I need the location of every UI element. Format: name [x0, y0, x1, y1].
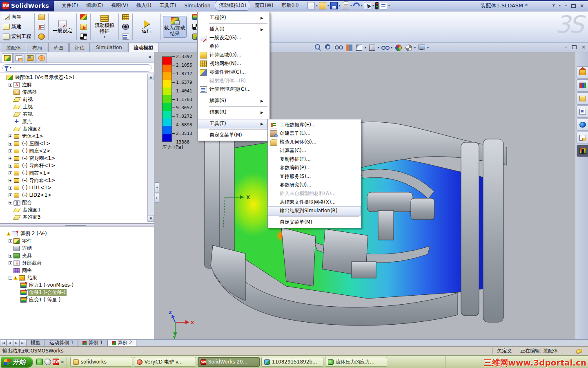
apply-scene-icon[interactable] — [404, 43, 413, 52]
menu-item[interactable]: 单位 — [198, 42, 269, 51]
solidworks-resources-tab[interactable] — [577, 119, 588, 131]
feature-tree-item[interactable]: +(-) 导向杆<1> — [0, 162, 148, 169]
menu-item[interactable]: Simulation — [180, 2, 214, 10]
new-doc-icon[interactable] — [307, 2, 315, 9]
file-explorer-tab[interactable] — [577, 92, 588, 105]
menu-item[interactable]: 工具(T) — [156, 1, 180, 10]
tree-expander[interactable]: + — [9, 239, 12, 243]
study-tree-item[interactable]: 位移1 (-合位移-) — [0, 289, 154, 296]
feature-tree-item[interactable]: +(-) LID2<1> — [0, 191, 148, 199]
print-icon[interactable] — [342, 2, 349, 9]
tree-expander[interactable]: + — [9, 193, 12, 197]
feature-tree-item[interactable]: 原点 — [0, 118, 148, 125]
menu-item[interactable]: 文件(F) — [58, 1, 82, 10]
task-button[interactable]: SWSolidWorks 20... — [198, 357, 260, 367]
task-button[interactable]: solidworks — [70, 357, 132, 367]
submenu-item[interactable]: 工程数据库(E)... — [268, 121, 361, 129]
study-tree-item[interactable]: +外部载荷 — [0, 259, 154, 267]
menu-item[interactable]: 插入(I) — [133, 1, 155, 10]
tree-filter-input[interactable]: ▾ — [2, 64, 151, 72]
zoom-project-button[interactable] — [37, 13, 46, 22]
tab-评估[interactable]: 评估 — [69, 43, 90, 52]
folder-arrow-button[interactable] — [79, 22, 88, 31]
design-library-tab[interactable] — [577, 79, 588, 92]
feature-tree-item[interactable]: +(-) 阀座<2> — [0, 147, 148, 155]
quick-launch-overflow[interactable]: » — [61, 359, 64, 365]
rebuild-stoplight-icon[interactable] — [375, 2, 379, 9]
tree-expander[interactable]: + — [9, 164, 12, 168]
minimize-button[interactable]: – — [565, 3, 567, 9]
zoom-fit-icon[interactable] — [314, 43, 323, 52]
help-dropdown-icon[interactable]: ▾ — [559, 4, 561, 7]
menu-item[interactable]: 视图(V) — [107, 1, 132, 10]
help-button[interactable]: ? — [552, 3, 555, 9]
save-icon[interactable] — [330, 2, 338, 9]
manager-overflow-button[interactable]: » — [148, 54, 151, 60]
feature-tree-item[interactable]: 基准面2 — [0, 125, 148, 132]
emule-icon[interactable] — [36, 359, 43, 365]
feature-tree-item[interactable]: +(-) LID1<1> — [0, 184, 148, 191]
goal-flag-button[interactable] — [79, 32, 88, 41]
feature-tree-item[interactable]: 右视 — [0, 110, 148, 118]
study-tab-nav-button[interactable]: ▶ — [13, 340, 20, 346]
load-results-button[interactable]: 载入/卸载结果 — [163, 16, 187, 38]
study-tab-算例 2[interactable]: 算例 2 — [107, 340, 136, 346]
undo-icon[interactable] — [352, 1, 361, 10]
tree-expander[interactable]: - — [9, 276, 12, 280]
propertymanager-tab[interactable] — [13, 53, 24, 63]
study-tab-nav-button[interactable]: ▶| — [20, 340, 26, 346]
zoom-area-icon[interactable] — [324, 43, 333, 52]
close-button[interactable]: × — [580, 3, 584, 9]
study-tree-item[interactable]: 应变1 (-等量-) — [0, 296, 154, 303]
study-tree-item[interactable]: 网格 — [0, 267, 154, 274]
submenu-item[interactable]: 输出结果到Simulation(R) — [268, 206, 361, 215]
feature-tree-item[interactable]: +(-) 导向套<1> — [0, 177, 148, 184]
timer-icon[interactable] — [45, 359, 51, 365]
feature-tree-item[interactable]: 装配体1 (V<显示状态-1>) — [0, 74, 148, 81]
view-orientation-icon-dropdown[interactable]: ▾ — [365, 46, 366, 49]
feature-tree-item[interactable]: 上视 — [0, 103, 148, 110]
submenu-item[interactable]: 计算器(C)... — [268, 146, 361, 155]
flow-features-icon-dropdown[interactable]: ▾ — [104, 35, 105, 39]
menu-item[interactable]: 计算管理选项(C)... — [198, 85, 269, 94]
mesh-grid-button[interactable] — [121, 13, 130, 22]
tree-expander[interactable]: + — [9, 171, 12, 175]
featuremanager-tab[interactable] — [2, 53, 13, 63]
apply-scene-icon-dropdown[interactable]: ▾ — [414, 46, 416, 49]
tree-expander[interactable]: + — [9, 83, 12, 87]
edit-appearance-icon[interactable] — [394, 43, 403, 52]
feature-tree-item[interactable]: +注解 — [0, 81, 148, 88]
feature-tree-item[interactable]: +配合 — [0, 199, 148, 206]
scroll-up-button[interactable]: ▲ — [148, 74, 154, 80]
menu-item[interactable]: 解算(S)▶ — [198, 96, 269, 105]
run-list-button[interactable] — [121, 32, 130, 41]
general-settings-button[interactable]: 一般设定 — [51, 19, 74, 35]
filter-dropdown-icon[interactable]: ▾ — [10, 66, 11, 70]
print-icon-dropdown[interactable]: ▾ — [350, 4, 352, 7]
feature-tree-item[interactable]: 基准面1 — [0, 206, 148, 213]
study-tree-item[interactable]: +夹具 — [0, 252, 154, 259]
feature-tree-item[interactable]: 前视 — [0, 96, 148, 103]
panel-splitter[interactable] — [0, 223, 154, 227]
start-button[interactable]: 开始 — [1, 357, 33, 368]
display-style-icon-dropdown[interactable]: ▾ — [378, 46, 379, 49]
feature-tree-item[interactable]: 传感器 — [0, 88, 148, 96]
submenu-item[interactable]: 创建盖子(L)... — [268, 129, 361, 138]
save-icon-dropdown[interactable]: ▾ — [339, 4, 341, 7]
tree-expander[interactable]: + — [9, 261, 12, 265]
select-cursor-icon[interactable] — [364, 2, 371, 9]
study-tab-运动算例 1[interactable]: 运动算例 1 — [45, 340, 78, 346]
tree-expander[interactable]: + — [9, 142, 12, 146]
custom-properties-tab[interactable] — [577, 145, 588, 157]
restore-button[interactable] — [571, 4, 576, 8]
task-button[interactable]: 110829151892b... — [261, 357, 323, 367]
open-icon[interactable] — [319, 2, 326, 9]
display-style-icon[interactable] — [368, 43, 376, 52]
tab-布局[interactable]: 布局 — [27, 43, 47, 52]
feature-tree-item[interactable]: +(-) 压圈<1> — [0, 140, 148, 147]
task-button[interactable]: VeryCD 电驴 v... — [134, 357, 196, 367]
tab-流动模拟[interactable]: 流动模拟 — [128, 43, 158, 52]
tree-expander[interactable]: + — [9, 135, 12, 138]
study-tree-item[interactable]: 连结 — [0, 245, 154, 252]
menu-item[interactable]: 零部件管理(C)... — [198, 68, 269, 76]
